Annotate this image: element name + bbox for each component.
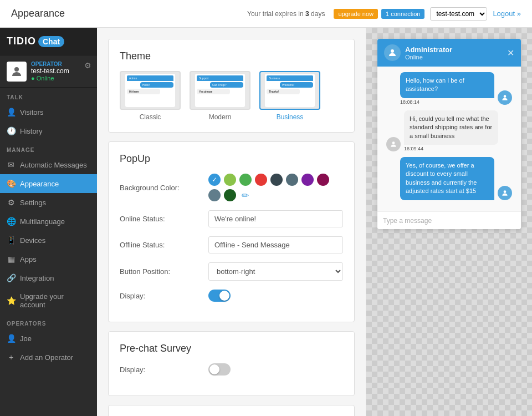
chat-header-avatar — [384, 44, 401, 61]
automatic-messages-icon: ✉ — [7, 160, 16, 169]
sidebar-item-apps[interactable]: ▦ Apps — [0, 250, 97, 268]
sidebar-item-settings[interactable]: ⚙ Settings — [0, 193, 97, 212]
color-swatches: ✓ ✏ — [208, 174, 343, 201]
msg-bubble-1: Hello, how can I be of assistance? 18:08… — [400, 72, 494, 105]
online-status-input[interactable] — [208, 210, 343, 227]
color-swatch-bluegray[interactable] — [286, 174, 298, 186]
popup-display-toggle[interactable] — [208, 290, 231, 302]
sidebar-item-visitors[interactable]: 👤 Visitors — [0, 103, 97, 121]
avatar — [7, 62, 27, 82]
pre-chat-display-toggle[interactable] — [208, 363, 231, 376]
pre-chat-display-row: Display: — [120, 363, 343, 376]
color-swatch-darkgreen[interactable] — [224, 189, 236, 201]
color-swatch-lightgreen[interactable] — [224, 174, 236, 186]
chat-input-row: Type a message — [377, 211, 521, 229]
sidebar-item-label: Add an Operator — [20, 353, 73, 362]
chat-body: Hello, how can I be of assistance? 18:08… — [377, 67, 521, 211]
chat-header-name: Administrator — [405, 45, 452, 54]
sidebar-item-label: History — [20, 127, 42, 135]
msg-bubble-3: Yes, of course, we offer a discount to e… — [400, 157, 494, 200]
sidebar-item-multilanguage[interactable]: 🌐 Multilanguage — [0, 212, 97, 231]
visitors-icon: 👤 — [7, 108, 16, 116]
color-swatch-green[interactable] — [239, 174, 252, 186]
bg-color-row: Background Color: ✓ — [120, 174, 343, 201]
sidebar-item-automatic-messages[interactable]: ✉ Automatic Messages — [0, 155, 97, 174]
svg-point-4 — [504, 190, 507, 193]
multilanguage-icon: 🌐 — [7, 217, 16, 226]
chat-close-icon[interactable]: ✕ — [507, 48, 514, 58]
color-edit-icon[interactable]: ✏ — [242, 190, 249, 201]
settings-icon: ⚙ — [7, 198, 16, 207]
sidebar-item-label: Joe — [20, 334, 32, 343]
sidebar-item-label: Settings — [20, 199, 46, 207]
pre-chat-survey-title: Pre-chat Survey — [120, 343, 343, 354]
color-palette: ✓ ✏ — [208, 174, 343, 201]
sidebar-item-joe[interactable]: 👤 Joe — [0, 329, 97, 348]
sidebar-logo: TIDIO Chat — [0, 28, 97, 55]
theme-modern[interactable]: Support Can I help? Yes please Modern — [190, 71, 250, 121]
sidebar-item-label: Appearance — [20, 180, 59, 188]
connection-badge: 1 connection — [381, 9, 424, 19]
msg-time-2: 16:09:44 — [404, 146, 498, 151]
offline-status-input-wrapper — [208, 236, 343, 253]
chat-message-1: Hello, how can I be of assistance? 18:08… — [383, 72, 515, 105]
button-position-row: Button Position: bottom-right bottom-lef… — [120, 262, 343, 281]
button-position-select[interactable]: bottom-right bottom-left top-right top-l… — [208, 262, 343, 281]
theme-modern-label: Modern — [209, 113, 232, 121]
sidebar-item-label: Devices — [20, 236, 45, 245]
checkmark-icon: ✓ — [212, 176, 217, 184]
talk-section-label: TALK — [0, 88, 97, 103]
svg-point-1 — [391, 49, 394, 53]
preview-panel: Administrator Online ✕ Hello, how can I … — [366, 28, 532, 416]
theme-business[interactable]: Business Welcome! Thanks! Business — [259, 71, 320, 121]
chat-window: Administrator Online ✕ Hello, how can I … — [377, 39, 521, 229]
offline-status-input[interactable] — [208, 236, 343, 253]
color-swatch-red[interactable] — [255, 174, 267, 186]
online-status-input-wrapper — [208, 210, 343, 227]
svg-point-2 — [504, 95, 507, 98]
theme-classic-preview: Admin Hello! Hi there — [120, 71, 181, 110]
sidebar-item-upgrade[interactable]: ⭐ Upgrade your account — [0, 287, 97, 314]
sidebar-item-integration[interactable]: 🔗 Integration — [0, 268, 97, 287]
msg-avatar-1 — [498, 90, 512, 105]
devices-icon: 📱 — [7, 236, 16, 245]
popup-display-row: Display: — [120, 290, 343, 302]
gear-icon[interactable]: ⚙ — [84, 61, 91, 70]
color-swatch-purple[interactable] — [301, 174, 314, 186]
logout-button[interactable]: Logout » — [493, 9, 521, 18]
msg-text-3: Yes, of course, we offer a discount to e… — [400, 157, 494, 200]
sidebar-item-history[interactable]: 🕐 History — [0, 121, 97, 140]
toggle-knob — [209, 364, 219, 374]
theme-classic[interactable]: Admin Hello! Hi there Classic — [120, 71, 181, 121]
joe-icon: 👤 — [7, 334, 16, 343]
sidebar-item-label: Visitors — [20, 108, 43, 116]
appearance-icon: 🎨 — [7, 179, 16, 188]
color-swatch-darkgray[interactable] — [270, 174, 283, 186]
sidebar-item-devices[interactable]: 📱 Devices — [0, 231, 97, 250]
domain-select[interactable]: test-test.com — [430, 7, 487, 21]
pre-chat-display-label: Display: — [120, 366, 208, 374]
sidebar-item-add-operator[interactable]: + Add an Operator — [0, 348, 97, 367]
color-swatch-darkpurple[interactable] — [317, 174, 329, 186]
logo-tidio: TIDIO — [7, 35, 36, 47]
color-swatch-blue[interactable]: ✓ — [208, 174, 221, 186]
popup-section: PopUp Background Color: ✓ — [108, 141, 355, 322]
msg-text-2: Hi, could you tell me what the standard … — [404, 110, 498, 145]
online-status-label: Online Status: — [120, 215, 208, 223]
main-content: Theme Admin Hello! Hi there Classic — [97, 28, 532, 416]
theme-business-label: Business — [277, 113, 304, 121]
trial-info: Your trial expires in 3 days — [247, 10, 325, 18]
integration-icon: 🔗 — [7, 273, 16, 282]
operators-section-label: OPERATORS — [0, 314, 97, 329]
svg-point-3 — [392, 141, 395, 144]
upgrade-icon: ⭐ — [7, 296, 16, 305]
color-swatch-slate[interactable] — [208, 189, 221, 201]
sidebar-item-appearance[interactable]: 🎨 Appearance — [0, 174, 97, 193]
user-role: OPERATOR — [31, 61, 69, 67]
chat-input-placeholder: Type a message — [383, 217, 432, 225]
top-header: Appearance Your trial expires in 3 days … — [0, 0, 532, 28]
user-status: ● Online — [31, 75, 69, 82]
toggle-knob — [219, 291, 229, 301]
sidebar: TIDIO Chat OPERATOR test-test.com ● Onli… — [0, 28, 97, 416]
upgrade-button[interactable]: upgrade now — [334, 9, 378, 19]
